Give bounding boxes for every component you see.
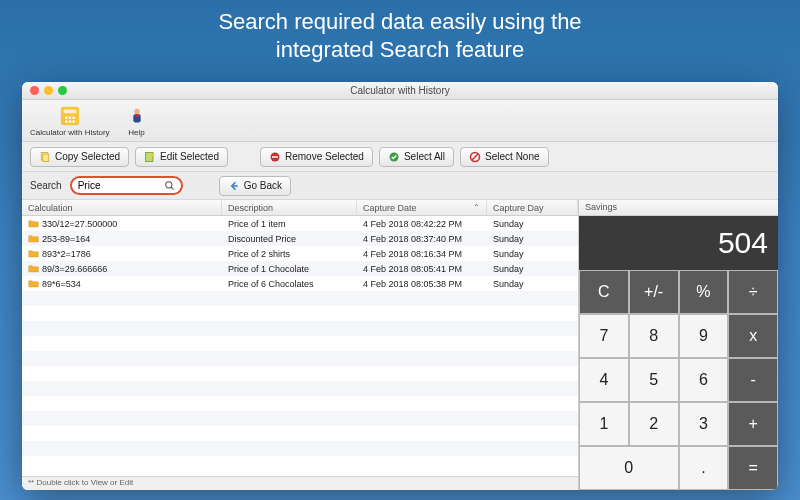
- remove-selected-button[interactable]: Remove Selected: [260, 147, 373, 167]
- calc-key-[interactable]: .: [679, 446, 729, 490]
- table-row: [22, 351, 578, 366]
- svg-point-6: [68, 120, 71, 123]
- calc-key-1[interactable]: 1: [579, 402, 629, 446]
- app-icon-button[interactable]: Calculator with History: [22, 103, 118, 139]
- forbidden-icon: [469, 151, 481, 163]
- app-window: Calculator with History Calculator with …: [22, 82, 778, 490]
- svg-point-7: [72, 120, 75, 123]
- svg-line-20: [171, 187, 174, 190]
- svg-rect-12: [43, 154, 49, 162]
- col-capture-day[interactable]: Capture Day: [487, 200, 578, 215]
- sort-asc-icon: ⌃: [473, 203, 480, 212]
- go-back-button[interactable]: Go Back: [219, 176, 291, 196]
- calculator-panel: Savings 504 C+/-%÷789x456-123+0.=: [578, 200, 778, 490]
- calc-key-7[interactable]: 7: [579, 314, 629, 358]
- svg-point-2: [65, 116, 68, 119]
- help-icon: [126, 105, 148, 127]
- table-row: [22, 426, 578, 441]
- app-toolbar: Calculator with History Help: [22, 100, 778, 142]
- search-input[interactable]: [78, 180, 158, 191]
- calc-key-[interactable]: ÷: [728, 270, 778, 314]
- history-list: Calculation Description Capture Date⌃ Ca…: [22, 200, 578, 490]
- copy-icon: [39, 151, 51, 163]
- table-row: [22, 291, 578, 306]
- titlebar: Calculator with History: [22, 82, 778, 100]
- select-none-button[interactable]: Select None: [460, 147, 548, 167]
- svg-rect-10: [135, 114, 139, 117]
- calc-key-[interactable]: =: [728, 446, 778, 490]
- search-row: Search Go Back: [22, 172, 778, 200]
- svg-point-5: [65, 120, 68, 123]
- select-all-button[interactable]: Select All: [379, 147, 454, 167]
- calc-key-[interactable]: +: [728, 402, 778, 446]
- window-title: Calculator with History: [22, 85, 778, 96]
- calc-key-[interactable]: -: [728, 358, 778, 402]
- calc-key-2[interactable]: 2: [629, 402, 679, 446]
- help-button[interactable]: Help: [118, 103, 156, 139]
- edit-icon: [144, 151, 156, 163]
- calc-key-8[interactable]: 8: [629, 314, 679, 358]
- table-row: [22, 366, 578, 381]
- check-icon: [388, 151, 400, 163]
- remove-icon: [269, 151, 281, 163]
- table-row: [22, 336, 578, 351]
- table-row[interactable]: 330/12=27.500000Price of 1 item4 Feb 201…: [22, 216, 578, 231]
- calc-key-5[interactable]: 5: [629, 358, 679, 402]
- col-capture-date[interactable]: Capture Date⌃: [357, 200, 487, 215]
- copy-selected-button[interactable]: Copy Selected: [30, 147, 129, 167]
- svg-line-18: [472, 154, 478, 160]
- table-row: [22, 381, 578, 396]
- promo-banner: Search required data easily using the in…: [0, 0, 800, 67]
- table-row: [22, 306, 578, 321]
- calc-key-3[interactable]: 3: [679, 402, 729, 446]
- calc-key-0[interactable]: 0: [579, 446, 679, 490]
- calc-key-[interactable]: +/-: [629, 270, 679, 314]
- table-row: [22, 396, 578, 411]
- table-row[interactable]: 253-89=164Discounted Price4 Feb 2018 08:…: [22, 231, 578, 246]
- calc-header: Savings: [579, 200, 778, 216]
- svg-rect-15: [272, 156, 278, 158]
- footer-hint: ** Double click to View or Edit: [22, 476, 578, 490]
- svg-rect-1: [63, 109, 76, 113]
- calc-key-x[interactable]: x: [728, 314, 778, 358]
- column-headers: Calculation Description Capture Date⌃ Ca…: [22, 200, 578, 216]
- table-row: [22, 456, 578, 471]
- svg-point-3: [68, 116, 71, 119]
- search-box: [70, 176, 183, 195]
- col-description[interactable]: Description: [222, 200, 357, 215]
- calc-key-4[interactable]: 4: [579, 358, 629, 402]
- calculator-icon: [59, 105, 81, 127]
- svg-point-4: [72, 116, 75, 119]
- table-row: [22, 321, 578, 336]
- col-calculation[interactable]: Calculation: [22, 200, 222, 215]
- calc-key-6[interactable]: 6: [679, 358, 729, 402]
- table-row[interactable]: 89/3=29.666666Price of 1 Chocolate4 Feb …: [22, 261, 578, 276]
- search-icon[interactable]: [164, 180, 175, 191]
- table-row: [22, 441, 578, 456]
- action-toolbar: Copy Selected Edit Selected Remove Selec…: [22, 142, 778, 172]
- table-row[interactable]: 893*2=1786Price of 2 shirts4 Feb 2018 08…: [22, 246, 578, 261]
- calc-key-9[interactable]: 9: [679, 314, 729, 358]
- calc-key-c[interactable]: C: [579, 270, 629, 314]
- calc-key-[interactable]: %: [679, 270, 729, 314]
- search-label: Search: [30, 180, 62, 191]
- svg-point-8: [134, 108, 140, 114]
- table-row[interactable]: 89*6=534Price of 6 Chocolates4 Feb 2018 …: [22, 276, 578, 291]
- table-row: [22, 411, 578, 426]
- back-arrow-icon: [228, 180, 240, 192]
- calc-display: 504: [579, 216, 778, 270]
- edit-selected-button[interactable]: Edit Selected: [135, 147, 228, 167]
